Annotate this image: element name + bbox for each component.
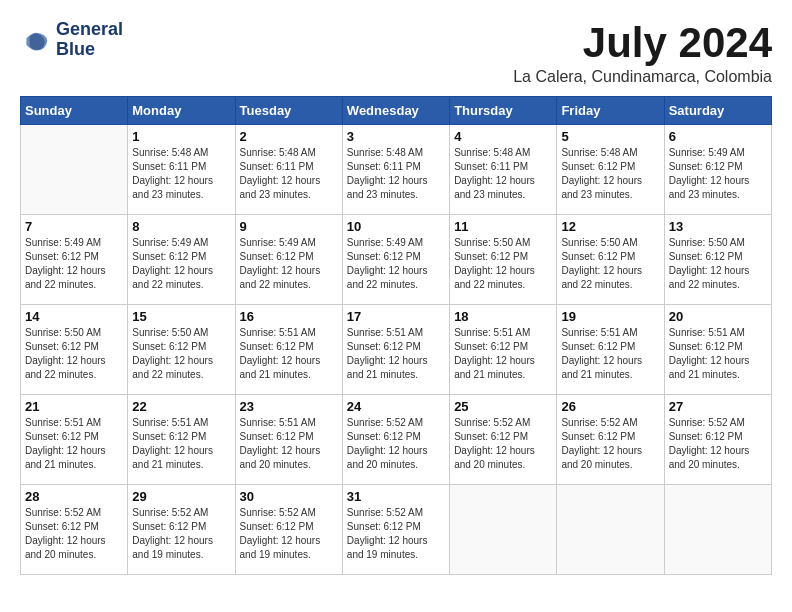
calendar-cell: 25Sunrise: 5:52 AMSunset: 6:12 PMDayligh… bbox=[450, 395, 557, 485]
day-info: Sunrise: 5:52 AMSunset: 6:12 PMDaylight:… bbox=[25, 506, 123, 562]
day-number: 1 bbox=[132, 129, 230, 144]
calendar-cell: 13Sunrise: 5:50 AMSunset: 6:12 PMDayligh… bbox=[664, 215, 771, 305]
weekday-header-friday: Friday bbox=[557, 97, 664, 125]
calendar-subtitle: La Calera, Cundinamarca, Colombia bbox=[513, 68, 772, 86]
day-number: 3 bbox=[347, 129, 445, 144]
week-row-1: 1Sunrise: 5:48 AMSunset: 6:11 PMDaylight… bbox=[21, 125, 772, 215]
day-number: 15 bbox=[132, 309, 230, 324]
calendar-cell: 14Sunrise: 5:50 AMSunset: 6:12 PMDayligh… bbox=[21, 305, 128, 395]
weekday-header-tuesday: Tuesday bbox=[235, 97, 342, 125]
calendar-cell: 1Sunrise: 5:48 AMSunset: 6:11 PMDaylight… bbox=[128, 125, 235, 215]
calendar-cell: 26Sunrise: 5:52 AMSunset: 6:12 PMDayligh… bbox=[557, 395, 664, 485]
day-number: 6 bbox=[669, 129, 767, 144]
day-number: 10 bbox=[347, 219, 445, 234]
day-info: Sunrise: 5:48 AMSunset: 6:11 PMDaylight:… bbox=[347, 146, 445, 202]
calendar-cell: 23Sunrise: 5:51 AMSunset: 6:12 PMDayligh… bbox=[235, 395, 342, 485]
calendar-cell: 31Sunrise: 5:52 AMSunset: 6:12 PMDayligh… bbox=[342, 485, 449, 575]
day-info: Sunrise: 5:50 AMSunset: 6:12 PMDaylight:… bbox=[454, 236, 552, 292]
logo-line1: General bbox=[56, 20, 123, 40]
calendar-cell: 6Sunrise: 5:49 AMSunset: 6:12 PMDaylight… bbox=[664, 125, 771, 215]
day-number: 5 bbox=[561, 129, 659, 144]
day-info: Sunrise: 5:51 AMSunset: 6:12 PMDaylight:… bbox=[454, 326, 552, 382]
calendar-cell: 22Sunrise: 5:51 AMSunset: 6:12 PMDayligh… bbox=[128, 395, 235, 485]
calendar-cell: 15Sunrise: 5:50 AMSunset: 6:12 PMDayligh… bbox=[128, 305, 235, 395]
day-number: 22 bbox=[132, 399, 230, 414]
day-number: 17 bbox=[347, 309, 445, 324]
weekday-header-wednesday: Wednesday bbox=[342, 97, 449, 125]
day-number: 27 bbox=[669, 399, 767, 414]
day-number: 25 bbox=[454, 399, 552, 414]
calendar-table: SundayMondayTuesdayWednesdayThursdayFrid… bbox=[20, 96, 772, 575]
day-number: 21 bbox=[25, 399, 123, 414]
weekday-header-monday: Monday bbox=[128, 97, 235, 125]
weekday-header-sunday: Sunday bbox=[21, 97, 128, 125]
day-number: 2 bbox=[240, 129, 338, 144]
day-info: Sunrise: 5:48 AMSunset: 6:12 PMDaylight:… bbox=[561, 146, 659, 202]
week-row-5: 28Sunrise: 5:52 AMSunset: 6:12 PMDayligh… bbox=[21, 485, 772, 575]
day-info: Sunrise: 5:50 AMSunset: 6:12 PMDaylight:… bbox=[669, 236, 767, 292]
day-number: 19 bbox=[561, 309, 659, 324]
logo-text: General Blue bbox=[56, 20, 123, 60]
calendar-cell: 9Sunrise: 5:49 AMSunset: 6:12 PMDaylight… bbox=[235, 215, 342, 305]
calendar-cell: 17Sunrise: 5:51 AMSunset: 6:12 PMDayligh… bbox=[342, 305, 449, 395]
calendar-cell: 28Sunrise: 5:52 AMSunset: 6:12 PMDayligh… bbox=[21, 485, 128, 575]
calendar-cell: 4Sunrise: 5:48 AMSunset: 6:11 PMDaylight… bbox=[450, 125, 557, 215]
day-info: Sunrise: 5:48 AMSunset: 6:11 PMDaylight:… bbox=[240, 146, 338, 202]
day-number: 29 bbox=[132, 489, 230, 504]
calendar-cell: 8Sunrise: 5:49 AMSunset: 6:12 PMDaylight… bbox=[128, 215, 235, 305]
day-info: Sunrise: 5:51 AMSunset: 6:12 PMDaylight:… bbox=[240, 326, 338, 382]
weekday-header-saturday: Saturday bbox=[664, 97, 771, 125]
day-number: 28 bbox=[25, 489, 123, 504]
calendar-cell: 16Sunrise: 5:51 AMSunset: 6:12 PMDayligh… bbox=[235, 305, 342, 395]
day-info: Sunrise: 5:48 AMSunset: 6:11 PMDaylight:… bbox=[132, 146, 230, 202]
calendar-cell: 10Sunrise: 5:49 AMSunset: 6:12 PMDayligh… bbox=[342, 215, 449, 305]
calendar-cell: 19Sunrise: 5:51 AMSunset: 6:12 PMDayligh… bbox=[557, 305, 664, 395]
day-info: Sunrise: 5:51 AMSunset: 6:12 PMDaylight:… bbox=[669, 326, 767, 382]
page-header: General Blue July 2024 La Calera, Cundin… bbox=[20, 20, 772, 86]
day-info: Sunrise: 5:50 AMSunset: 6:12 PMDaylight:… bbox=[25, 326, 123, 382]
week-row-3: 14Sunrise: 5:50 AMSunset: 6:12 PMDayligh… bbox=[21, 305, 772, 395]
calendar-cell bbox=[664, 485, 771, 575]
day-number: 31 bbox=[347, 489, 445, 504]
day-info: Sunrise: 5:49 AMSunset: 6:12 PMDaylight:… bbox=[347, 236, 445, 292]
weekday-header-thursday: Thursday bbox=[450, 97, 557, 125]
calendar-cell: 21Sunrise: 5:51 AMSunset: 6:12 PMDayligh… bbox=[21, 395, 128, 485]
day-info: Sunrise: 5:51 AMSunset: 6:12 PMDaylight:… bbox=[132, 416, 230, 472]
day-number: 7 bbox=[25, 219, 123, 234]
day-number: 4 bbox=[454, 129, 552, 144]
day-number: 14 bbox=[25, 309, 123, 324]
day-info: Sunrise: 5:51 AMSunset: 6:12 PMDaylight:… bbox=[347, 326, 445, 382]
calendar-cell: 24Sunrise: 5:52 AMSunset: 6:12 PMDayligh… bbox=[342, 395, 449, 485]
calendar-cell: 3Sunrise: 5:48 AMSunset: 6:11 PMDaylight… bbox=[342, 125, 449, 215]
day-info: Sunrise: 5:49 AMSunset: 6:12 PMDaylight:… bbox=[240, 236, 338, 292]
day-info: Sunrise: 5:52 AMSunset: 6:12 PMDaylight:… bbox=[454, 416, 552, 472]
day-info: Sunrise: 5:52 AMSunset: 6:12 PMDaylight:… bbox=[347, 506, 445, 562]
calendar-cell bbox=[557, 485, 664, 575]
calendar-cell: 2Sunrise: 5:48 AMSunset: 6:11 PMDaylight… bbox=[235, 125, 342, 215]
day-number: 18 bbox=[454, 309, 552, 324]
day-info: Sunrise: 5:51 AMSunset: 6:12 PMDaylight:… bbox=[240, 416, 338, 472]
calendar-cell: 7Sunrise: 5:49 AMSunset: 6:12 PMDaylight… bbox=[21, 215, 128, 305]
calendar-cell: 30Sunrise: 5:52 AMSunset: 6:12 PMDayligh… bbox=[235, 485, 342, 575]
day-info: Sunrise: 5:49 AMSunset: 6:12 PMDaylight:… bbox=[132, 236, 230, 292]
day-number: 11 bbox=[454, 219, 552, 234]
week-row-2: 7Sunrise: 5:49 AMSunset: 6:12 PMDaylight… bbox=[21, 215, 772, 305]
day-info: Sunrise: 5:52 AMSunset: 6:12 PMDaylight:… bbox=[561, 416, 659, 472]
calendar-cell: 5Sunrise: 5:48 AMSunset: 6:12 PMDaylight… bbox=[557, 125, 664, 215]
title-area: July 2024 La Calera, Cundinamarca, Colom… bbox=[513, 20, 772, 86]
logo: General Blue bbox=[20, 20, 123, 60]
day-number: 9 bbox=[240, 219, 338, 234]
week-row-4: 21Sunrise: 5:51 AMSunset: 6:12 PMDayligh… bbox=[21, 395, 772, 485]
day-info: Sunrise: 5:51 AMSunset: 6:12 PMDaylight:… bbox=[561, 326, 659, 382]
calendar-cell: 20Sunrise: 5:51 AMSunset: 6:12 PMDayligh… bbox=[664, 305, 771, 395]
calendar-cell: 18Sunrise: 5:51 AMSunset: 6:12 PMDayligh… bbox=[450, 305, 557, 395]
day-info: Sunrise: 5:48 AMSunset: 6:11 PMDaylight:… bbox=[454, 146, 552, 202]
day-number: 13 bbox=[669, 219, 767, 234]
day-info: Sunrise: 5:51 AMSunset: 6:12 PMDaylight:… bbox=[25, 416, 123, 472]
day-number: 26 bbox=[561, 399, 659, 414]
day-info: Sunrise: 5:49 AMSunset: 6:12 PMDaylight:… bbox=[25, 236, 123, 292]
calendar-title: July 2024 bbox=[513, 20, 772, 66]
logo-icon bbox=[20, 24, 52, 56]
calendar-cell bbox=[21, 125, 128, 215]
day-number: 20 bbox=[669, 309, 767, 324]
